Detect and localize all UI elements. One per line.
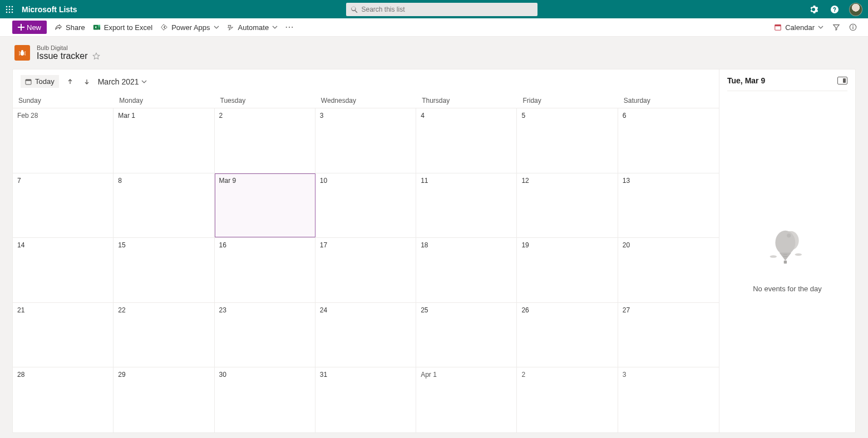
calendar-day[interactable]: Mar 9 (215, 173, 315, 238)
app-name[interactable]: Microsoft Lists (22, 5, 77, 14)
svg-point-1 (8, 6, 10, 7)
suite-right (807, 3, 862, 16)
share-button[interactable]: Share (55, 23, 85, 32)
svg-point-14 (286, 27, 287, 28)
svg-point-0 (6, 6, 7, 7)
calendar-day[interactable]: Mar 1 (114, 108, 214, 173)
command-bar: New Share Export to Excel Power Apps Aut… (0, 18, 868, 37)
calendar-day[interactable]: 24 (315, 303, 416, 367)
powerapps-label: Power Apps (171, 23, 210, 32)
calendar-day[interactable]: 14 (13, 238, 114, 302)
calendar-day[interactable]: 5 (517, 108, 618, 173)
calendar-day[interactable]: 12 (517, 173, 618, 238)
calendar-day[interactable]: 8 (114, 173, 214, 238)
calendar-day[interactable]: Feb 28 (13, 108, 114, 173)
more-button[interactable] (285, 23, 293, 31)
automate-button[interactable]: Automate (227, 23, 278, 32)
site-name[interactable]: Bulb Digital (37, 44, 100, 51)
svg-rect-13 (98, 28, 100, 30)
day-panel-header: Tue, Mar 9 (727, 76, 847, 91)
settings-button[interactable] (807, 3, 820, 16)
today-label: Today (35, 77, 55, 86)
calendar-day[interactable]: 10 (315, 173, 416, 238)
calendar-day[interactable]: 6 (618, 108, 719, 173)
calendar-day[interactable]: 23 (215, 303, 315, 367)
weekday-label: Monday (114, 93, 214, 108)
calendar-day[interactable]: 20 (618, 238, 719, 302)
calendar-day[interactable]: 26 (517, 303, 618, 367)
avatar[interactable] (849, 3, 862, 16)
search-input[interactable] (361, 6, 533, 13)
svg-point-5 (11, 8, 13, 10)
export-button[interactable]: Export to Excel (93, 23, 152, 32)
calendar-day[interactable]: 28 (13, 367, 114, 432)
today-button[interactable]: Today (21, 75, 59, 88)
calendar-day[interactable]: 13 (618, 173, 719, 238)
svg-point-15 (289, 27, 290, 28)
more-icon (285, 23, 293, 31)
calendar-day[interactable]: 19 (517, 238, 618, 302)
search-box[interactable] (346, 3, 537, 16)
plus-icon (18, 24, 24, 31)
powerapps-icon (160, 23, 168, 31)
next-month-button[interactable] (81, 76, 92, 87)
list-header: Bulb Digital Issue tracker (0, 37, 868, 69)
app-launcher-icon[interactable] (0, 0, 18, 18)
view-switcher[interactable]: Calendar (774, 23, 823, 32)
calendar-day[interactable]: 7 (13, 173, 114, 238)
calendar-day[interactable]: 3 (315, 108, 416, 173)
list-title[interactable]: Issue tracker (37, 51, 88, 61)
share-label: Share (66, 23, 85, 32)
calendar-week: 78Mar 910111213 (13, 173, 719, 238)
svg-point-27 (775, 230, 795, 254)
calendar-day[interactable]: 29 (114, 367, 214, 432)
calendar-day[interactable]: 22 (114, 303, 214, 367)
svg-rect-11 (98, 26, 100, 27)
calendar-day[interactable]: 11 (416, 173, 517, 238)
empty-state-message: No events for the day (753, 285, 822, 293)
month-picker[interactable]: March 2021 (98, 77, 147, 86)
calendar-icon (774, 23, 782, 31)
new-button-label: New (27, 23, 41, 32)
calendar-day[interactable]: 4 (416, 108, 517, 173)
calendar-day[interactable]: 2 (517, 367, 618, 432)
chevron-down-icon (141, 79, 147, 84)
day-panel: Tue, Mar 9 No events for the day (719, 69, 855, 432)
search-icon (351, 6, 358, 13)
prev-month-button[interactable] (65, 76, 76, 87)
chevron-down-icon (818, 24, 823, 30)
new-button[interactable]: New (12, 21, 47, 34)
weekday-label: Sunday (13, 93, 114, 108)
favorite-star-icon[interactable] (92, 52, 100, 60)
arrow-up-icon (67, 78, 73, 85)
svg-point-8 (11, 11, 13, 13)
powerapps-button[interactable]: Power Apps (160, 23, 219, 32)
calendar-day[interactable]: 17 (315, 238, 416, 302)
info-button[interactable] (849, 23, 857, 31)
calendar-day[interactable]: 25 (416, 303, 517, 367)
panel-toggle-icon[interactable] (837, 77, 847, 84)
svg-point-4 (8, 8, 10, 10)
calendar-day[interactable]: 21 (13, 303, 114, 367)
svg-point-20 (852, 26, 854, 27)
calendar-day[interactable]: 16 (215, 238, 315, 302)
calendar-day[interactable]: 2 (215, 108, 315, 173)
calendar-day[interactable]: 3 (618, 367, 719, 432)
weekday-label: Friday (517, 93, 618, 108)
weekday-header: SundayMondayTuesdayWednesdayThursdayFrid… (13, 93, 719, 108)
weekday-label: Tuesday (215, 93, 315, 108)
calendar-day[interactable]: 31 (315, 367, 416, 432)
command-bar-right: Calendar (774, 23, 857, 32)
calendar-day[interactable]: 27 (618, 303, 719, 367)
suite-bar: Microsoft Lists (0, 0, 868, 18)
help-button[interactable] (828, 3, 841, 16)
calendar-day[interactable]: 30 (215, 367, 315, 432)
calendar-day[interactable]: 15 (114, 238, 214, 302)
calendar-week: Feb 28Mar 123456 (13, 108, 719, 173)
content-card: Today March 2021 SundayMondayTuesdayWedn… (12, 69, 856, 433)
calendar-day[interactable]: Apr 1 (416, 367, 517, 432)
calendar-day[interactable]: 18 (416, 238, 517, 302)
share-icon (55, 23, 62, 31)
svg-point-7 (8, 11, 10, 13)
filter-button[interactable] (832, 23, 840, 31)
